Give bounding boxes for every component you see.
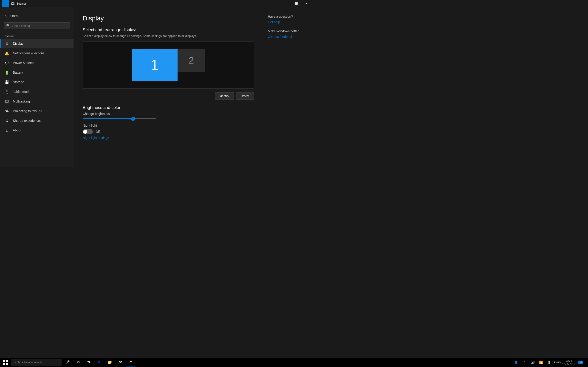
give-feedback-link[interactable]: Give us feedback <box>268 35 309 39</box>
brightness-section-title: Brightness and color <box>83 105 254 110</box>
search-input[interactable] <box>12 24 67 27</box>
multitasking-icon: 🗔 <box>5 99 9 104</box>
night-light-label: Night light <box>83 124 254 127</box>
back-icon: ← <box>4 2 7 6</box>
shared-icon: ⚙ <box>5 118 9 123</box>
brightness-slider[interactable] <box>83 118 156 119</box>
sidebar-label-about: About <box>13 128 21 132</box>
titlebar: ← Settings — ⬜ ✕ <box>0 0 314 7</box>
notifications-icon: 🔔 <box>5 51 9 56</box>
select-title: Select and rearrange displays <box>83 27 254 32</box>
app-container: ⌂ Home 🔍 System 🖥 Display 🔔 Notification… <box>0 7 314 167</box>
projecting-icon: 📽 <box>5 109 9 113</box>
window-title: Settings <box>17 2 280 5</box>
monitor-1[interactable]: 1 <box>132 49 178 81</box>
get-help-link[interactable]: Get help <box>268 20 309 24</box>
main-content: Display Select and rearrange displays Se… <box>73 7 263 167</box>
have-question-text: Have a question? <box>268 15 309 18</box>
display-icon: 🖥 <box>5 41 9 46</box>
night-light-settings-link[interactable]: Night light settings <box>83 136 109 140</box>
close-button[interactable]: ✕ <box>301 0 312 7</box>
battery-icon: 🔋 <box>5 70 9 75</box>
night-light-toggle[interactable] <box>83 129 93 134</box>
sidebar-label-battery: Battery <box>13 71 23 74</box>
back-button[interactable]: ← <box>2 0 9 7</box>
toggle-row: Off <box>83 129 254 134</box>
monitor-2[interactable]: 2 <box>178 49 205 72</box>
right-panel: Have a question? Get help Make Windows b… <box>263 7 314 167</box>
sidebar-item-battery[interactable]: 🔋 Battery <box>0 68 73 77</box>
sidebar-label-projecting: Projecting to this PC <box>13 109 42 113</box>
sidebar-item-multitasking[interactable]: 🗔 Multitasking <box>0 97 73 106</box>
sidebar-item-tablet[interactable]: 📱 Tablet mode <box>0 87 73 97</box>
tablet-icon: 📱 <box>5 90 9 94</box>
sidebar-label-storage: Storage <box>13 80 24 84</box>
sidebar-item-display[interactable]: 🖥 Display <box>0 39 73 48</box>
sidebar: ⌂ Home 🔍 System 🖥 Display 🔔 Notification… <box>0 7 73 167</box>
page-title: Display <box>83 15 254 22</box>
toggle-knob <box>83 130 87 134</box>
sidebar-label-display: Display <box>13 42 23 45</box>
sidebar-label-notifications: Notifications & actions <box>13 51 44 55</box>
search-box[interactable]: 🔍 <box>4 22 70 29</box>
settings-icon <box>11 2 15 6</box>
slider-container <box>83 118 254 119</box>
about-icon: ℹ <box>5 128 9 133</box>
minimize-button[interactable]: — <box>280 0 291 7</box>
power-icon: ⏻ <box>5 60 9 65</box>
sidebar-section-label: System <box>0 33 73 39</box>
sidebar-item-projecting[interactable]: 📽 Projecting to this PC <box>0 106 73 116</box>
night-light-section: Night light Off Night light settings <box>83 124 254 140</box>
sidebar-item-shared[interactable]: ⚙ Shared experiences <box>0 116 73 125</box>
storage-icon: 💾 <box>5 80 9 84</box>
detect-button[interactable]: Detect <box>236 92 254 100</box>
window-controls: — ⬜ ✕ <box>280 0 312 7</box>
home-icon: ⌂ <box>5 14 7 18</box>
identify-button[interactable]: Identify <box>215 92 234 100</box>
sidebar-label-tablet: Tablet mode <box>13 90 30 94</box>
maximize-button[interactable]: ⬜ <box>291 0 301 7</box>
home-label: Home <box>10 14 19 18</box>
night-light-state: Off <box>95 130 100 133</box>
make-better-text: Make Windows better <box>268 29 309 33</box>
display-area: 1 2 <box>83 41 254 89</box>
brightness-label: Change brightness <box>83 112 254 116</box>
sidebar-label-multitasking: Multitasking <box>13 100 30 103</box>
sidebar-item-power[interactable]: ⏻ Power & sleep <box>0 58 73 68</box>
sidebar-item-notifications[interactable]: 🔔 Notifications & actions <box>0 48 73 58</box>
sidebar-item-storage[interactable]: 💾 Storage <box>0 77 73 87</box>
sidebar-item-about[interactable]: ℹ About <box>0 125 73 135</box>
sidebar-label-shared: Shared experiences <box>13 119 42 123</box>
sidebar-label-power: Power & sleep <box>13 61 34 65</box>
display-buttons: Identify Detect <box>83 92 254 100</box>
sidebar-item-home[interactable]: ⌂ Home <box>0 11 73 20</box>
search-icon: 🔍 <box>6 24 10 27</box>
brightness-section: Change brightness <box>83 112 254 119</box>
select-desc: Select a display below to change its set… <box>83 34 254 38</box>
